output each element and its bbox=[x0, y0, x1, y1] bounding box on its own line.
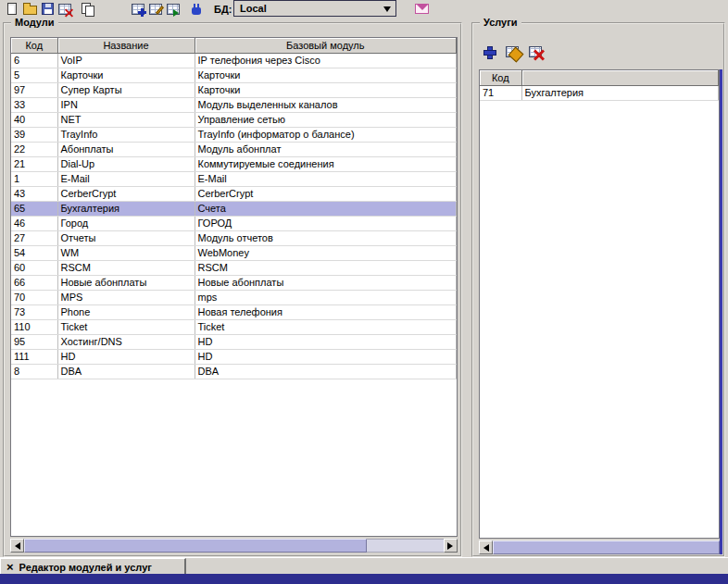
table-refresh-icon[interactable] bbox=[165, 1, 182, 17]
table-row[interactable]: 22АбонплатыМодуль абонплат bbox=[11, 142, 457, 156]
table-cell: E-Mail bbox=[195, 171, 457, 186]
scroll-right-button[interactable] bbox=[444, 539, 458, 553]
connect-icon[interactable] bbox=[188, 1, 205, 17]
table-cell: Модуль абонплат bbox=[195, 142, 457, 156]
table-cell: HD bbox=[57, 349, 195, 364]
table-row[interactable]: 40NETУправление сетью bbox=[11, 112, 457, 127]
add-service-icon[interactable] bbox=[481, 43, 497, 60]
table-row[interactable]: 43CerberCryptCerberCrypt bbox=[11, 186, 457, 201]
open-folder-icon[interactable] bbox=[21, 1, 38, 17]
table-row[interactable]: 97Супер КартыКарточки bbox=[11, 82, 457, 97]
table-cell: CerberCrypt bbox=[57, 186, 195, 201]
table-focus-border bbox=[720, 69, 722, 554]
scroll-left-button[interactable] bbox=[479, 541, 493, 554]
table-cell: 40 bbox=[11, 112, 57, 127]
table-add-icon[interactable] bbox=[130, 1, 146, 17]
table-row[interactable]: 95Хостинг/DNSHD bbox=[11, 334, 457, 349]
table-cell: Новая телефония bbox=[195, 304, 457, 319]
table-row[interactable]: 5КарточкиКарточки bbox=[11, 68, 457, 82]
scrollbar-thumb[interactable] bbox=[493, 541, 720, 554]
table-cell: Хостинг/DNS bbox=[57, 334, 195, 349]
modules-table[interactable]: Код Название Базовый модуль 6VoIPIP теле… bbox=[11, 38, 457, 379]
table-row[interactable]: 70MPSmps bbox=[11, 290, 457, 304]
services-table-body: 71Бухгалтерия bbox=[480, 85, 719, 100]
copy-icon[interactable] bbox=[80, 1, 96, 17]
table-row[interactable]: 65БухгалтерияСчета bbox=[11, 201, 457, 216]
table-cell: TrayInfo (информатор о балансе) bbox=[195, 127, 457, 142]
x-mark bbox=[65, 8, 73, 17]
table-cell: WM bbox=[57, 245, 195, 260]
arrow-left-icon bbox=[480, 544, 489, 552]
arrow-right-icon bbox=[447, 542, 457, 550]
column-header-name[interactable]: Название bbox=[57, 38, 195, 53]
column-header-code[interactable]: Код bbox=[11, 38, 57, 53]
table-cell: Dial-Up bbox=[57, 156, 195, 171]
table-cell: 27 bbox=[11, 230, 57, 245]
table-cell: DBA bbox=[57, 364, 195, 379]
column-header-code[interactable]: Код bbox=[480, 70, 521, 85]
table-row[interactable]: 21Dial-UpКоммутируемые соединения bbox=[11, 156, 457, 171]
table-cell: Phone bbox=[57, 304, 195, 319]
table-row[interactable]: 110TicketTicket bbox=[11, 319, 457, 334]
scrollbar-track[interactable] bbox=[24, 539, 444, 553]
table-row[interactable]: 27ОтчетыМодуль отчетов bbox=[11, 230, 457, 245]
services-horizontal-scrollbar[interactable] bbox=[479, 541, 720, 554]
table-cell: RSCM bbox=[195, 260, 457, 275]
table-cell: 22 bbox=[11, 142, 57, 156]
column-header-name[interactable] bbox=[521, 70, 719, 85]
scrollbar-thumb[interactable] bbox=[24, 539, 367, 553]
column-header-base[interactable]: Базовый модуль bbox=[195, 38, 457, 53]
table-row[interactable]: 6VoIPIP телефония через Cisco bbox=[11, 53, 457, 68]
scrollbar-track[interactable] bbox=[493, 541, 720, 554]
table-cell: VoIP bbox=[57, 53, 195, 68]
modules-horizontal-scrollbar[interactable] bbox=[10, 539, 458, 553]
bottom-blue-bar bbox=[0, 574, 728, 584]
table-row[interactable]: 60RSCMRSCM bbox=[11, 260, 457, 275]
services-panel: Услуги Код 71Бухгалтерия bbox=[471, 22, 725, 557]
table-cell: 1 bbox=[11, 171, 57, 186]
floppy-glyph bbox=[42, 3, 54, 15]
edit-service-icon[interactable] bbox=[504, 43, 521, 60]
services-table[interactable]: Код 71Бухгалтерия bbox=[480, 70, 719, 101]
tab-close-icon[interactable]: × bbox=[6, 561, 14, 573]
grid-glyph bbox=[529, 46, 542, 57]
save-icon[interactable] bbox=[39, 1, 56, 17]
table-cell: WebMoney bbox=[195, 245, 457, 260]
tab-label: Редактор модулей и услуг bbox=[19, 562, 152, 573]
table-cell: IPN bbox=[57, 97, 195, 112]
table-cell: 33 bbox=[11, 97, 57, 112]
table-row[interactable]: 33IPNМодуль выделенных каналов bbox=[11, 97, 457, 112]
table-row[interactable]: 39TrayInfoTrayInfo (информатор о балансе… bbox=[11, 127, 457, 142]
table-cell: NET bbox=[57, 112, 195, 127]
folder-glyph bbox=[23, 6, 37, 15]
table-row[interactable]: 1E-MailE-Mail bbox=[11, 171, 457, 186]
table-row[interactable]: 71Бухгалтерия bbox=[480, 85, 719, 100]
db-combobox[interactable]: Local bbox=[233, 0, 396, 17]
table-cell: Модуль выделенных каналов bbox=[195, 97, 457, 112]
mail-icon[interactable] bbox=[413, 1, 430, 17]
pencil-mark bbox=[508, 47, 524, 63]
db-combobox-value: Local bbox=[240, 3, 267, 14]
scroll-left-button[interactable] bbox=[10, 539, 24, 553]
table-row[interactable]: 8DBADBA bbox=[11, 364, 457, 379]
table-row[interactable]: 111HDHD bbox=[11, 349, 457, 364]
table-row[interactable]: 54WMWebMoney bbox=[11, 245, 457, 260]
delete-table-icon[interactable] bbox=[56, 1, 73, 17]
modules-table-viewport: Код Название Базовый модуль 6VoIPIP теле… bbox=[10, 37, 458, 537]
table-cell: 6 bbox=[11, 53, 57, 68]
delete-service-icon[interactable] bbox=[527, 43, 544, 60]
combobox-dropdown-button[interactable] bbox=[380, 2, 395, 15]
modules-table-body: 6VoIPIP телефония через Cisco5КарточкиКа… bbox=[11, 53, 457, 379]
table-cell: 39 bbox=[11, 127, 57, 142]
tab-module-service-editor[interactable]: × Редактор модулей и услуг bbox=[0, 558, 186, 575]
services-panel-title: Услуги bbox=[480, 17, 521, 28]
table-row[interactable]: 66Новые абонплатыНовые абонплаты bbox=[11, 275, 457, 290]
table-row[interactable]: 46ГородГОРОД bbox=[11, 216, 457, 230]
table-row[interactable]: 73PhoneНовая телефония bbox=[11, 304, 457, 319]
table-cell: ГОРОД bbox=[195, 216, 457, 230]
plug-glyph bbox=[192, 7, 201, 15]
table-cell: mps bbox=[195, 290, 457, 304]
table-edit-icon[interactable] bbox=[147, 1, 164, 17]
table-cell: 111 bbox=[11, 349, 57, 364]
new-document-icon[interactable] bbox=[4, 1, 20, 17]
